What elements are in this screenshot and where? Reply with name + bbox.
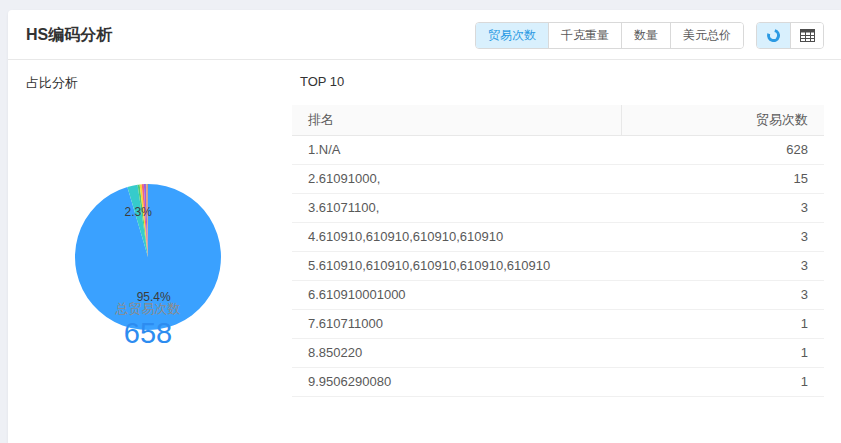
rank-cell-4: 5.610910,610910,610910,610910,610910	[292, 251, 622, 280]
pie-chart-toggle-button[interactable]	[757, 23, 790, 48]
value-cell-8: 1	[622, 367, 824, 396]
value-cell-2: 3	[622, 193, 824, 222]
table-row: 8.8502201	[292, 338, 824, 367]
card-header: HS编码分析 贸易次数千克重量数量美元总价	[8, 10, 841, 60]
metric-tab-1[interactable]: 千克重量	[548, 23, 621, 48]
table-row: 1.N/A628	[292, 135, 824, 164]
table-row: 5.610910,610910,610910,610910,6109103	[292, 251, 824, 280]
view-toggle-group	[756, 22, 824, 49]
value-cell-6: 1	[622, 309, 824, 338]
rank-cell-5: 6.610910001000	[292, 280, 622, 309]
total-trades-label: 总贸易次数	[38, 300, 258, 318]
metric-tab-group: 贸易次数千克重量数量美元总价	[475, 22, 744, 49]
total-trades-value: 658	[38, 317, 258, 350]
value-cell-0: 628	[622, 135, 824, 164]
table-row: 6.6109100010003	[292, 280, 824, 309]
metric-tab-3[interactable]: 美元总价	[670, 23, 743, 48]
rank-cell-1: 2.61091000,	[292, 164, 622, 193]
pie-chart-icon	[766, 28, 781, 43]
table-icon	[800, 29, 815, 42]
top10-panel: TOP 10 排名 贸易次数 1.N/A6282.61091000,153.61…	[292, 60, 824, 443]
value-cell-5: 3	[622, 280, 824, 309]
top10-table: 排名 贸易次数 1.N/A6282.61091000,153.61071100,…	[292, 105, 824, 397]
value-cell-3: 3	[622, 222, 824, 251]
value-cell-1: 15	[622, 164, 824, 193]
rank-cell-3: 4.610910,610910,610910,610910	[292, 222, 622, 251]
table-toggle-button[interactable]	[790, 23, 823, 48]
top10-section-title: TOP 10	[300, 74, 344, 89]
table-row: 3.61071100,3	[292, 193, 824, 222]
table-row: 4.610910,610910,610910,6109103	[292, 222, 824, 251]
rank-cell-6: 7.610711000	[292, 309, 622, 338]
proportion-section-title: 占比分析	[26, 74, 78, 92]
value-cell-7: 1	[622, 338, 824, 367]
rank-column-header: 排名	[292, 105, 622, 135]
pie-percent-label: 2.3%	[125, 205, 153, 219]
proportion-panel: 占比分析 95.4%2.3% 总贸易次数 658	[8, 60, 298, 443]
hs-code-analysis-card: HS编码分析 贸易次数千克重量数量美元总价 占比分析 95.4%2.3% 总贸易…	[8, 10, 841, 443]
rank-cell-8: 9.9506290080	[292, 367, 622, 396]
value-column-header: 贸易次数	[622, 105, 824, 135]
header-controls: 贸易次数千克重量数量美元总价	[475, 22, 824, 49]
value-cell-4: 3	[622, 251, 824, 280]
rank-cell-7: 8.850220	[292, 338, 622, 367]
rank-cell-0: 1.N/A	[292, 135, 622, 164]
rank-cell-2: 3.61071100,	[292, 193, 622, 222]
page-title: HS编码分析	[26, 10, 112, 60]
table-row: 2.61091000,15	[292, 164, 824, 193]
table-row: 9.95062900801	[292, 367, 824, 396]
metric-tab-2[interactable]: 数量	[621, 23, 670, 48]
table-header-row: 排名 贸易次数	[292, 105, 824, 135]
table-row: 7.6107110001	[292, 309, 824, 338]
metric-tab-0[interactable]: 贸易次数	[476, 23, 548, 48]
